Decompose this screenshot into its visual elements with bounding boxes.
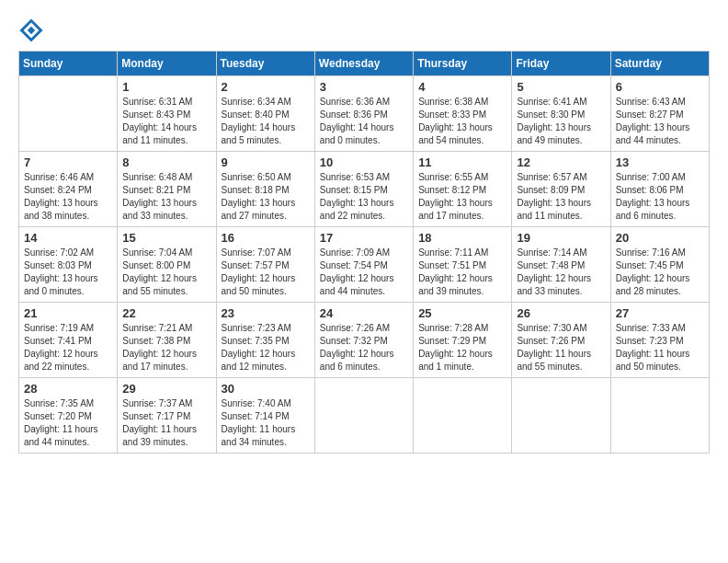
calendar-table: SundayMondayTuesdayWednesdayThursdayFrid… [18, 51, 710, 454]
day-number: 4 [418, 80, 506, 94]
cell-info: Sunrise: 7:00 AMSunset: 8:06 PMDaylight:… [616, 171, 704, 223]
calendar-cell: 6 Sunrise: 6:43 AMSunset: 8:27 PMDayligh… [610, 76, 709, 152]
calendar-cell: 2 Sunrise: 6:34 AMSunset: 8:40 PMDayligh… [216, 76, 314, 152]
cell-info: Sunrise: 6:41 AMSunset: 8:30 PMDaylight:… [517, 96, 605, 147]
calendar-cell [414, 378, 512, 454]
calendar-cell: 20 Sunrise: 7:16 AMSunset: 7:45 PMDaylig… [610, 227, 709, 303]
cell-info: Sunrise: 7:11 AMSunset: 7:51 PMDaylight:… [418, 247, 506, 298]
week-row-4: 21 Sunrise: 7:19 AMSunset: 7:41 PMDaylig… [19, 303, 710, 378]
calendar-cell [19, 76, 118, 152]
calendar-cell: 27 Sunrise: 7:33 AMSunset: 7:23 PMDaylig… [610, 303, 709, 378]
day-number: 3 [320, 80, 408, 94]
col-header-tuesday: Tuesday [216, 52, 314, 76]
cell-info: Sunrise: 6:34 AMSunset: 8:40 PMDaylight:… [222, 96, 310, 147]
calendar-cell: 21 Sunrise: 7:19 AMSunset: 7:41 PMDaylig… [19, 303, 118, 378]
col-header-friday: Friday [512, 52, 610, 76]
cell-info: Sunrise: 7:21 AMSunset: 7:38 PMDaylight:… [122, 322, 210, 373]
cell-info: Sunrise: 6:36 AMSunset: 8:36 PMDaylight:… [320, 96, 408, 147]
cell-info: Sunrise: 7:26 AMSunset: 7:32 PMDaylight:… [320, 322, 408, 373]
cell-info: Sunrise: 7:04 AMSunset: 8:00 PMDaylight:… [122, 247, 210, 298]
header-row: SundayMondayTuesdayWednesdayThursdayFrid… [19, 52, 710, 76]
col-header-sunday: Sunday [19, 52, 118, 76]
day-number: 16 [222, 231, 310, 245]
calendar-cell: 29 Sunrise: 7:37 AMSunset: 7:17 PMDaylig… [118, 378, 216, 454]
day-number: 14 [24, 231, 112, 245]
day-number: 19 [517, 231, 605, 245]
cell-info: Sunrise: 6:46 AMSunset: 8:24 PMDaylight:… [24, 171, 112, 223]
day-number: 1 [122, 80, 210, 94]
week-row-5: 28 Sunrise: 7:35 AMSunset: 7:20 PMDaylig… [19, 378, 710, 454]
calendar-cell: 23 Sunrise: 7:23 AMSunset: 7:35 PMDaylig… [216, 303, 314, 378]
calendar-cell: 12 Sunrise: 6:57 AMSunset: 8:09 PMDaylig… [512, 152, 610, 227]
day-number: 22 [122, 306, 210, 320]
calendar-cell: 5 Sunrise: 6:41 AMSunset: 8:30 PMDayligh… [512, 76, 610, 152]
logo [18, 17, 48, 43]
cell-info: Sunrise: 6:38 AMSunset: 8:33 PMDaylight:… [418, 96, 506, 147]
calendar-cell: 3 Sunrise: 6:36 AMSunset: 8:36 PMDayligh… [314, 76, 413, 152]
day-number: 2 [222, 80, 310, 94]
calendar-cell: 9 Sunrise: 6:50 AMSunset: 8:18 PMDayligh… [216, 152, 314, 227]
col-header-monday: Monday [118, 52, 216, 76]
day-number: 29 [122, 382, 210, 396]
col-header-thursday: Thursday [414, 52, 512, 76]
calendar-cell [610, 378, 709, 454]
calendar-cell: 28 Sunrise: 7:35 AMSunset: 7:20 PMDaylig… [19, 378, 118, 454]
cell-info: Sunrise: 7:16 AMSunset: 7:45 PMDaylight:… [616, 247, 704, 298]
cell-info: Sunrise: 7:07 AMSunset: 7:57 PMDaylight:… [222, 247, 310, 298]
calendar-cell: 4 Sunrise: 6:38 AMSunset: 8:33 PMDayligh… [414, 76, 512, 152]
cell-info: Sunrise: 7:28 AMSunset: 7:29 PMDaylight:… [418, 322, 506, 373]
day-number: 6 [616, 80, 704, 94]
calendar-cell: 8 Sunrise: 6:48 AMSunset: 8:21 PMDayligh… [118, 152, 216, 227]
cell-info: Sunrise: 7:19 AMSunset: 7:41 PMDaylight:… [24, 322, 112, 373]
calendar-cell: 30 Sunrise: 7:40 AMSunset: 7:14 PMDaylig… [216, 378, 314, 454]
cell-info: Sunrise: 6:50 AMSunset: 8:18 PMDaylight:… [222, 171, 310, 223]
day-number: 21 [24, 306, 112, 320]
day-number: 24 [320, 306, 408, 320]
cell-info: Sunrise: 7:33 AMSunset: 7:23 PMDaylight:… [616, 322, 704, 373]
day-number: 25 [418, 306, 506, 320]
day-number: 7 [24, 155, 112, 169]
cell-info: Sunrise: 6:48 AMSunset: 8:21 PMDaylight:… [122, 171, 210, 223]
day-number: 26 [517, 306, 605, 320]
calendar-cell [512, 378, 610, 454]
page: SundayMondayTuesdayWednesdayThursdayFrid… [0, 0, 728, 467]
cell-info: Sunrise: 7:02 AMSunset: 8:03 PMDaylight:… [24, 247, 112, 298]
calendar-cell: 25 Sunrise: 7:28 AMSunset: 7:29 PMDaylig… [414, 303, 512, 378]
calendar-cell: 22 Sunrise: 7:21 AMSunset: 7:38 PMDaylig… [118, 303, 216, 378]
calendar-cell: 18 Sunrise: 7:11 AMSunset: 7:51 PMDaylig… [414, 227, 512, 303]
day-number: 23 [222, 306, 310, 320]
cell-info: Sunrise: 7:35 AMSunset: 7:20 PMDaylight:… [24, 397, 112, 449]
calendar-cell: 11 Sunrise: 6:55 AMSunset: 8:12 PMDaylig… [414, 152, 512, 227]
day-number: 28 [24, 382, 112, 396]
cell-info: Sunrise: 6:53 AMSunset: 8:15 PMDaylight:… [320, 171, 408, 223]
day-number: 10 [320, 155, 408, 169]
calendar-cell: 16 Sunrise: 7:07 AMSunset: 7:57 PMDaylig… [216, 227, 314, 303]
day-number: 15 [122, 231, 210, 245]
calendar-cell: 24 Sunrise: 7:26 AMSunset: 7:32 PMDaylig… [314, 303, 413, 378]
calendar-cell: 1 Sunrise: 6:31 AMSunset: 8:43 PMDayligh… [118, 76, 216, 152]
week-row-2: 7 Sunrise: 6:46 AMSunset: 8:24 PMDayligh… [19, 152, 710, 227]
cell-info: Sunrise: 6:57 AMSunset: 8:09 PMDaylight:… [517, 171, 605, 223]
day-number: 18 [418, 231, 506, 245]
calendar-cell: 10 Sunrise: 6:53 AMSunset: 8:15 PMDaylig… [314, 152, 413, 227]
cell-info: Sunrise: 7:09 AMSunset: 7:54 PMDaylight:… [320, 247, 408, 298]
day-number: 8 [122, 155, 210, 169]
calendar-cell: 26 Sunrise: 7:30 AMSunset: 7:26 PMDaylig… [512, 303, 610, 378]
day-number: 13 [616, 155, 704, 169]
calendar-cell: 13 Sunrise: 7:00 AMSunset: 8:06 PMDaylig… [610, 152, 709, 227]
col-header-wednesday: Wednesday [314, 52, 413, 76]
day-number: 30 [222, 382, 310, 396]
cell-info: Sunrise: 7:30 AMSunset: 7:26 PMDaylight:… [517, 322, 605, 373]
day-number: 5 [517, 80, 605, 94]
calendar-cell: 14 Sunrise: 7:02 AMSunset: 8:03 PMDaylig… [19, 227, 118, 303]
week-row-1: 1 Sunrise: 6:31 AMSunset: 8:43 PMDayligh… [19, 76, 710, 152]
day-number: 9 [222, 155, 310, 169]
cell-info: Sunrise: 6:43 AMSunset: 8:27 PMDaylight:… [616, 96, 704, 147]
cell-info: Sunrise: 6:31 AMSunset: 8:43 PMDaylight:… [122, 96, 210, 147]
calendar-cell [314, 378, 413, 454]
cell-info: Sunrise: 7:14 AMSunset: 7:48 PMDaylight:… [517, 247, 605, 298]
cell-info: Sunrise: 7:40 AMSunset: 7:14 PMDaylight:… [222, 397, 310, 449]
day-number: 20 [616, 231, 704, 245]
cell-info: Sunrise: 7:37 AMSunset: 7:17 PMDaylight:… [122, 397, 210, 449]
day-number: 11 [418, 155, 506, 169]
